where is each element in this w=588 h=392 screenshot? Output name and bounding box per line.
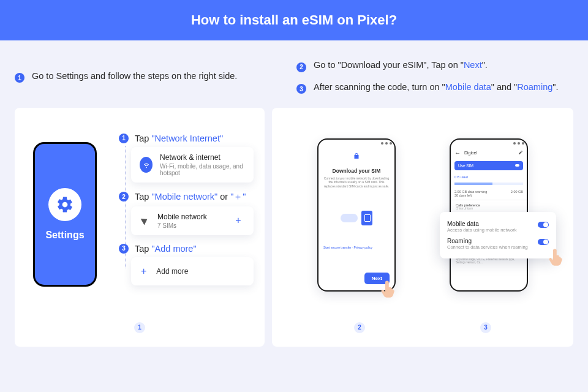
substep-1: 1 Tap "Network Internet" (119, 134, 254, 143)
intro-step-3-text: After scanning the code, turn on "Mobile… (314, 81, 558, 94)
panel-step-1: Settings 1 Tap "Network Internet" Networ… (15, 108, 265, 347)
pointer-hand-icon (380, 279, 398, 301)
panel-footer-badge-1: 1 (134, 322, 145, 333)
substep-badge-2-icon: 2 (119, 192, 129, 202)
calls-preference-row[interactable]: Calls preference China Unicom (451, 200, 527, 213)
phone-download-sim: Download your SIM Connect to your mobile… (317, 138, 396, 292)
callout-roaming-sub: Connect to data services when roaming (447, 244, 528, 250)
toggle-callout: Mobile data Access data using mobile net… (440, 212, 556, 258)
mobile-data-toggle[interactable] (538, 222, 549, 228)
panel-footer-badge-3: 3 (480, 322, 491, 333)
add-more-label: Add more (156, 267, 188, 276)
next-link: Next (464, 60, 482, 70)
panel-footer-badge-2: 2 (354, 322, 365, 333)
substep-badge-1-icon: 1 (119, 134, 129, 143)
lock-icon (318, 147, 394, 165)
status-bar (451, 140, 527, 147)
data-usage-bar (454, 183, 523, 185)
back-arrow-icon[interactable]: ← (454, 149, 461, 156)
carrier-name: Digicel (464, 151, 477, 155)
intro-step-1: 1 Go to Settings and follow the steps on… (15, 70, 272, 83)
card-title: Mobile network (157, 213, 207, 221)
page-header: How to install an eSIM on Pixel? (0, 0, 588, 40)
callout-mobile-data-sub: Access data using mobile network (447, 227, 516, 233)
mobile-data-link: Mobile data (445, 82, 491, 92)
callout-mobile-data-title: Mobile data (447, 221, 516, 227)
page-title: How to install an eSIM on Pixel? (191, 12, 397, 28)
cloud-sim-illustration (318, 190, 394, 246)
plus-icon[interactable]: + (232, 214, 245, 227)
network-internet-card[interactable]: Network & internet Wi-Fi, mobile, data u… (131, 147, 254, 183)
download-sim-footer-links: Start secure transfer · Privacy policy (318, 246, 394, 249)
sim-card-icon (361, 211, 372, 225)
settings-phone-mockup: Settings (33, 142, 97, 287)
intro-step-1-text: Go to Settings and follow the steps on t… (32, 70, 237, 83)
data-used: 0 B used (454, 175, 468, 179)
phone-header: ← Digicel (451, 147, 527, 159)
mobile-network-card[interactable]: Mobile network 7 SIMs + (131, 206, 254, 235)
download-sim-desc: Connect to your mobile network by downlo… (318, 174, 394, 191)
use-sim-label: Use SIM (458, 164, 473, 168)
status-bar (318, 140, 394, 147)
card-subtitle: Wi-Fi, mobile, data usage, and hotspot (160, 163, 245, 176)
badge-2-icon: 2 (296, 62, 306, 72)
roaming-link: Roaming (517, 82, 552, 92)
plus-icon: + (141, 266, 146, 277)
substep-2: 2 Tap "Mobile network" or "＋" (119, 191, 254, 203)
settings-label: Settings (45, 230, 84, 241)
roaming-toggle[interactable] (538, 239, 549, 245)
gear-icon (48, 188, 81, 221)
panel-steps-2-3: Download your SIM Connect to your mobile… (272, 108, 573, 347)
pointer-hand-icon (548, 247, 566, 270)
edit-icon[interactable] (518, 150, 523, 156)
callout-roaming-title: Roaming (447, 238, 528, 244)
card-subtitle: 7 SIMs (157, 222, 207, 229)
badge-1-icon: 1 (15, 73, 24, 83)
badge-3-icon: 3 (296, 84, 306, 94)
substep-badge-3-icon: 3 (119, 244, 129, 254)
card-title: Network & internet (160, 153, 245, 162)
intro-step-3: 3 After scanning the code, turn on "Mobi… (296, 81, 573, 94)
wifi-icon (140, 157, 153, 173)
intro-step-2-text: Go to "Download your eSIM", Tap on "Next… (314, 59, 488, 72)
signal-icon (141, 216, 149, 225)
substep-3: 3 Tap "Add more" (119, 244, 254, 254)
toggle-on-icon (515, 164, 519, 167)
intro-step-2: 2 Go to "Download your eSIM", Tap on "Ne… (296, 59, 573, 72)
intro-instructions: 1 Go to Settings and follow the steps on… (0, 40, 588, 108)
cloud-icon (341, 214, 358, 222)
add-more-card[interactable]: + Add more (131, 257, 254, 285)
use-sim-toggle-row[interactable]: Use SIM (454, 161, 523, 170)
download-sim-title: Download your SIM (318, 168, 394, 174)
